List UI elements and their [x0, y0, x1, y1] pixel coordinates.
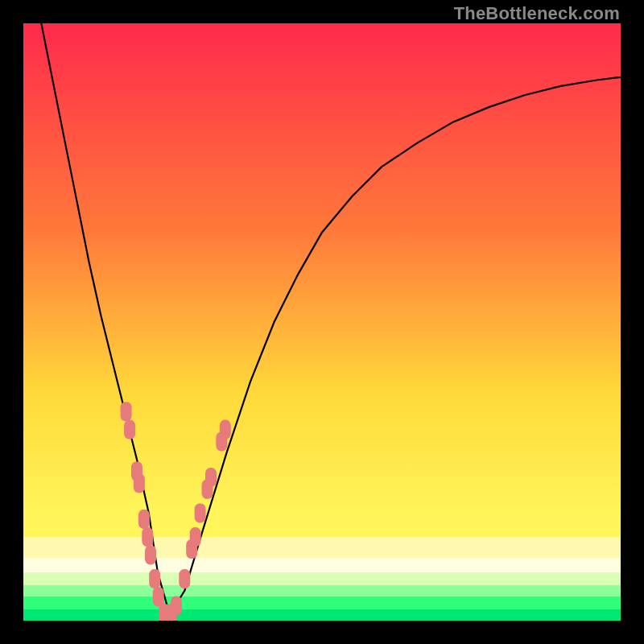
- band-6: [23, 609, 621, 621]
- chart-svg: [23, 23, 621, 621]
- gradient-background: [23, 23, 621, 621]
- marker-point: [171, 597, 182, 616]
- band-4: [23, 585, 621, 597]
- marker-point: [149, 569, 160, 588]
- band-3: [23, 572, 621, 585]
- marker-point: [138, 510, 150, 529]
- marker-point: [124, 420, 135, 440]
- marker-point: [179, 569, 190, 588]
- marker-point: [220, 420, 231, 440]
- band-2: [23, 558, 621, 572]
- marker-point: [190, 527, 201, 547]
- marker-point: [121, 402, 132, 421]
- marker-point: [205, 468, 217, 487]
- watermark-text: TheBottleneck.com: [454, 3, 620, 24]
- band-1: [23, 537, 621, 558]
- marker-point: [134, 473, 145, 493]
- marker-point: [153, 587, 164, 606]
- marker-point: [145, 545, 156, 564]
- chart-frame: [23, 23, 621, 621]
- marker-point: [195, 503, 206, 522]
- marker-point: [142, 527, 153, 547]
- band-5: [23, 597, 621, 609]
